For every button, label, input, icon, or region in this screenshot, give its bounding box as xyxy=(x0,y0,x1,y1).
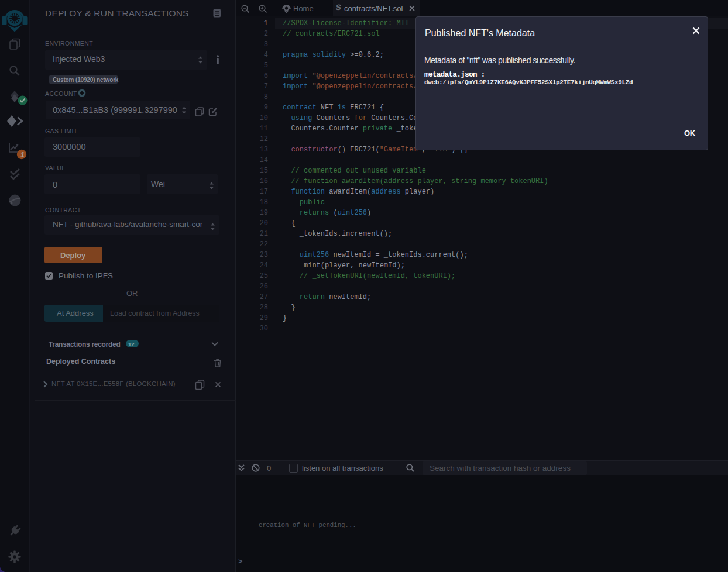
svg-text:1: 1 xyxy=(20,151,25,159)
